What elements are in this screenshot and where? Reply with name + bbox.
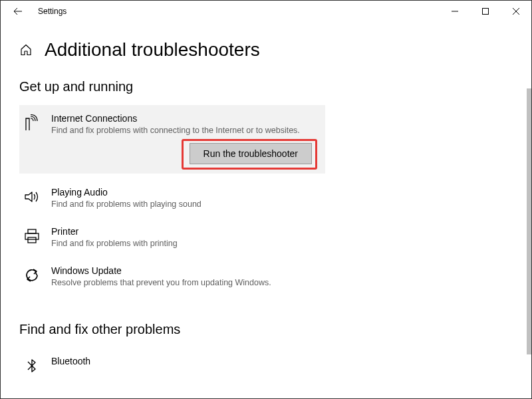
section-title-findfix: Find and fix other problems [19,322,325,337]
arrow-left-icon [13,7,23,16]
item-desc: Find and fix problems with connecting to… [51,125,320,136]
troubleshooter-item-audio[interactable]: Playing Audio Find and fix problems with… [19,179,325,218]
troubleshooter-item-windows-update[interactable]: Windows Update Resolve problems that pre… [19,257,325,297]
item-title: Playing Audio [51,187,320,198]
minimize-button[interactable] [440,1,470,22]
titlebar: Settings [1,1,531,22]
item-text: Playing Audio Find and fix problems with… [51,187,320,210]
troubleshooter-item-bluetooth[interactable]: Bluetooth [19,348,325,384]
audio-icon [22,187,42,207]
window-title: Settings [38,7,66,16]
item-desc: Resolve problems that prevent you from u… [51,277,320,289]
page-header: Additional troubleshooters [19,39,513,61]
item-title: Windows Update [51,265,320,276]
update-icon [22,265,42,285]
page-title: Additional troubleshooters [45,39,260,61]
home-icon [19,43,33,57]
minimize-icon [452,8,458,15]
svg-rect-3 [28,237,36,243]
section-title-running: Get up and running [19,79,325,94]
close-button[interactable] [501,1,531,22]
item-text: Bluetooth [51,356,320,368]
content-area: Additional troubleshooters Get up and ru… [1,22,531,398]
maximize-icon [482,8,489,15]
internet-icon [22,113,42,133]
window-controls [440,1,531,22]
troubleshooter-list: Get up and running Internet Connections … [19,79,325,384]
svg-rect-0 [483,9,489,15]
troubleshooter-item-printer[interactable]: Printer Find and fix problems with print… [19,218,325,257]
bluetooth-icon [22,356,42,376]
run-troubleshooter-button[interactable]: Run the troubleshooter [190,143,312,164]
item-text: Printer Find and fix problems with print… [51,226,320,249]
close-icon [513,8,519,15]
svg-rect-1 [28,229,36,233]
maximize-button[interactable] [470,1,501,22]
svg-rect-2 [25,233,39,239]
item-text: Windows Update Resolve problems that pre… [51,265,320,289]
item-title: Printer [51,226,320,237]
home-button[interactable] [19,43,33,57]
item-desc: Find and fix problems with printing [51,238,320,249]
printer-icon [22,226,42,246]
troubleshooter-item-internet[interactable]: Internet Connections Find and fix proble… [19,105,325,174]
item-text: Internet Connections Find and fix proble… [51,113,320,136]
item-title: Internet Connections [51,113,320,124]
back-button[interactable] [9,7,27,16]
item-title: Bluetooth [51,356,320,366]
item-desc: Find and fix problems with playing sound [51,199,320,210]
scrollbar[interactable] [527,88,531,354]
